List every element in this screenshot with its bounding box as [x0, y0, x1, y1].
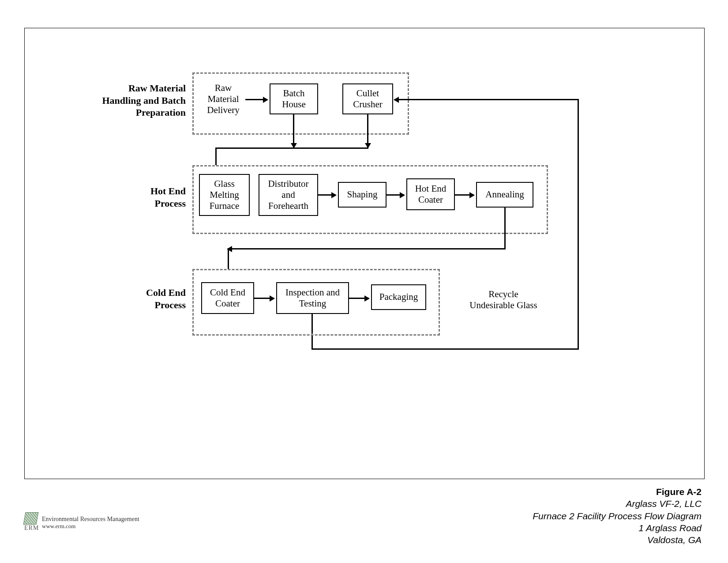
stage-label-hot: Hot EndProcess — [117, 185, 186, 209]
figure-number: Figure A-2 — [533, 486, 702, 498]
stage-label-raw: Raw MaterialHandling and BatchPreparatio… — [82, 82, 186, 119]
box-shaping: Shaping — [338, 182, 387, 208]
box-inspection: Inspection andTesting — [276, 282, 349, 314]
erm-company: Environmental Resources Management — [42, 516, 139, 523]
arrow-shaping-to-coater — [387, 194, 404, 196]
box-hot-coater: Hot EndCoater — [406, 178, 455, 210]
figure-caption: Figure A-2 Arglass VF-2, LLC Furnace 2 F… — [533, 486, 702, 546]
figure-address1: 1 Arglass Road — [533, 522, 702, 534]
arrow-cullet-down — [367, 114, 368, 147]
arrow-coater-to-anneal — [455, 194, 474, 196]
box-furnace: GlassMeltingFurnace — [199, 174, 250, 216]
arrow-dist-to-shaping — [318, 194, 336, 196]
figure-title: Furnace 2 Facility Process Flow Diagram — [533, 510, 702, 522]
box-cullet-crusher: CulletCrusher — [342, 83, 393, 114]
figure-address2: Valdosta, GA — [533, 534, 702, 546]
stage-label-cold: Cold EndProcess — [115, 287, 186, 311]
recycle-vertical — [578, 99, 579, 350]
arrow-cold-to-insp — [254, 298, 274, 299]
insp-down — [311, 314, 313, 334]
erm-url: www.erm.com — [42, 523, 75, 530]
erm-logo-text: ERM — [24, 525, 39, 532]
diagram-frame: Raw MaterialHandling and BatchPreparatio… — [24, 28, 705, 479]
erm-logo-icon — [23, 512, 39, 525]
box-batch-house: BatchHouse — [270, 83, 318, 114]
box-raw-delivery: RawMaterialDelivery — [201, 83, 245, 116]
box-distributor: DistributorandForehearth — [259, 174, 318, 216]
arrow-insp-to-pack — [349, 298, 369, 299]
recycle-bottom — [311, 348, 579, 350]
box-packaging: Packaging — [371, 284, 426, 310]
box-annealing: Annealing — [476, 182, 533, 208]
figure-company: Arglass VF-2, LLC — [533, 498, 702, 510]
anneal-to-cold-h — [228, 248, 506, 249]
arrow-delivery-to-batch — [245, 99, 267, 100]
arrow-batch-down — [293, 114, 294, 147]
anneal-down — [504, 208, 506, 249]
merge-line-1 — [215, 147, 368, 149]
box-cold-coater: Cold EndCoater — [201, 282, 254, 314]
recycle-label: RecycleUndesirable Glass — [450, 289, 556, 311]
page: Raw MaterialHandling and BatchPreparatio… — [0, 0, 728, 563]
arrow-recycle-top — [394, 99, 579, 100]
